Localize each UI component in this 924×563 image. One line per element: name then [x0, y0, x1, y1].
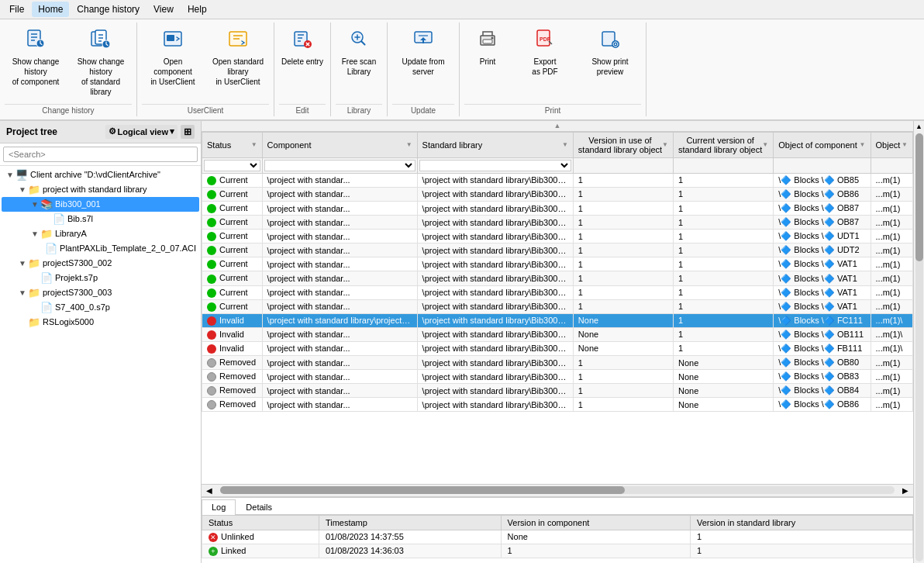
sidebar-item-project-with-library[interactable]: ▼📁project with standard library	[2, 182, 199, 197]
menu-file[interactable]: File	[3, 2, 30, 17]
status-text: Removed	[219, 371, 256, 381]
sidebar-toggle-icon[interactable]: ⊞	[181, 125, 195, 139]
tree-icon-projects7300-003: 📁	[28, 287, 40, 299]
cell-object-short: ...m(1)	[871, 398, 912, 412]
cell-object-of-component: \🔷 Blocks \🔷 OB87	[774, 201, 871, 215]
scroll-thumb[interactable]	[220, 486, 625, 494]
status-text: Removed	[219, 357, 256, 367]
scroll-track[interactable]	[220, 486, 895, 494]
table-row[interactable]: Current\project with standar...\project …	[202, 271, 913, 285]
tab-details[interactable]: Details	[236, 499, 282, 514]
sidebar-search-input[interactable]	[3, 147, 198, 162]
cell-version-current: 1	[674, 257, 774, 271]
table-row[interactable]: Current\project with standar...\project …	[202, 173, 913, 187]
main-table-container[interactable]: Status ▼ Component ▼ Sta	[202, 132, 913, 484]
log-row[interactable]: +Linked01/08/2023 14:36:0311	[202, 544, 913, 558]
menu-view[interactable]: View	[147, 2, 180, 17]
tree-icon-s7-400-s7p: 📄	[40, 302, 53, 313]
vscroll-thumb[interactable]	[915, 133, 923, 262]
sidebar-item-projekt-s7p[interactable]: 📄Projekt.s7p	[2, 271, 199, 285]
scroll-left-button[interactable]: ◀	[202, 486, 217, 495]
free-scan-button[interactable]: Free scanLibrary	[336, 24, 382, 81]
cell-version-use: 1	[573, 201, 673, 215]
sidebar-item-projects7300-002[interactable]: ▼📁projectS7300_002	[2, 256, 199, 271]
tab-log[interactable]: Log	[202, 499, 236, 515]
sidebar-item-projects7300-003[interactable]: ▼📁projectS7300_003	[2, 285, 199, 300]
cell-version-use: 1	[573, 398, 673, 412]
table-row[interactable]: Invalid\project with standar...\project …	[202, 341, 913, 355]
table-row[interactable]: Current\project with standar...\project …	[202, 257, 913, 271]
table-row[interactable]: Removed\project with standar...\project …	[202, 384, 913, 398]
col-header-object-of-component[interactable]: Object of component ▼	[774, 132, 871, 157]
col-header-standard-library[interactable]: Standard library ▼	[417, 132, 573, 157]
sidebar-item-plantpaxlib[interactable]: 📄PlantPAXLib_Template_2_0_07.ACI	[2, 241, 199, 256]
col-header-object[interactable]: Object ▼	[871, 132, 912, 157]
menu-home[interactable]: Home	[32, 2, 69, 17]
scroll-up-area[interactable]: ▲	[202, 121, 913, 132]
log-status-icon: ✕	[209, 533, 218, 542]
menu-help[interactable]: Help	[181, 2, 213, 17]
table-row[interactable]: Removed\project with standar...\project …	[202, 398, 913, 412]
sidebar-item-libraryA[interactable]: ▼📁LibraryA	[2, 226, 199, 241]
cell-library: \project with standard library\Bib300_00…	[417, 230, 573, 244]
col-header-current-version[interactable]: Current version ofstandard library objec…	[674, 132, 774, 157]
cell-version-current: 1	[674, 285, 774, 299]
status-text: Removed	[219, 385, 256, 395]
cell-version-current: 1	[674, 187, 774, 201]
sidebar-item-client-archive[interactable]: ▼🖥️Client archive "D:\vdClientArchive"	[2, 168, 199, 182]
sidebar-item-bib300-001[interactable]: ▼📚Bib300_001	[2, 197, 199, 212]
delete-entry-button[interactable]: Delete entry	[279, 24, 326, 71]
sidebar-item-rslogix5000[interactable]: 📁RSLogix5000	[2, 315, 199, 330]
cell-component: \project with standar...	[262, 187, 417, 201]
show-history-component-button[interactable]: Show change historyof component	[5, 24, 67, 91]
status-text: Invalid	[219, 344, 244, 353]
cell-object-short: ...m(1)	[871, 201, 912, 215]
cell-object-short: ...m(1)	[871, 244, 912, 257]
show-print-preview-button[interactable]: Show printpreview	[579, 24, 641, 81]
library-filter[interactable]	[419, 160, 571, 171]
scroll-up-button[interactable]: ▲	[914, 121, 924, 132]
table-row[interactable]: Current\project with standar...\project …	[202, 187, 913, 201]
status-text: Current	[219, 203, 248, 212]
export-pdf-button[interactable]: PDF Exportas PDF	[514, 24, 576, 81]
ribbon: Show change historyof component Show cha…	[0, 19, 924, 121]
table-row[interactable]: Invalid\project with standar...\project …	[202, 327, 913, 341]
table-row[interactable]: Removed\project with standar...\project …	[202, 356, 913, 370]
table-row[interactable]: Current\project with standar...\project …	[202, 216, 913, 230]
print-icon	[477, 28, 498, 55]
logical-view-selector[interactable]: ⚙ Logical view ▾	[105, 125, 178, 139]
table-row[interactable]: Current\project with standar...\project …	[202, 299, 913, 313]
sidebar-item-s7-400-s7p[interactable]: 📄S7_400_0.s7p	[2, 300, 199, 315]
status-dot	[207, 344, 216, 354]
vscroll-track[interactable]	[915, 133, 923, 561]
component-filter[interactable]	[264, 160, 415, 171]
table-row[interactable]: Removed\project with standar...\project …	[202, 370, 913, 384]
status-filter[interactable]	[204, 160, 260, 171]
log-cell-ver-library: 1	[690, 530, 912, 544]
scroll-right-button[interactable]: ▶	[898, 486, 913, 495]
log-row[interactable]: ✕Unlinked01/08/2023 14:37:55None1	[202, 530, 913, 544]
update-from-server-button[interactable]: Update fromserver	[392, 24, 454, 81]
cell-object-of-component: \🔷 Blocks \🔷 OB87	[774, 216, 871, 230]
col-header-status[interactable]: Status ▼	[202, 132, 263, 157]
menu-change-history[interactable]: Change history	[71, 2, 146, 17]
current-version-col-label: Current version ofstandard library objec…	[678, 136, 762, 154]
open-component-userclient-button[interactable]: Open componentin UserClient	[142, 24, 204, 91]
sidebar-search-container	[0, 143, 201, 166]
col-header-version-in-use[interactable]: Version in use ofstandard library object…	[573, 132, 673, 157]
table-row[interactable]: Current\project with standar...\project …	[202, 230, 913, 244]
col-header-component[interactable]: Component ▼	[262, 132, 417, 157]
vertical-scrollbar[interactable]: ▲ ▼	[913, 121, 924, 563]
cell-object-short: ...m(1)	[871, 285, 912, 299]
show-history-library-button[interactable]: Show change historyof standard library	[70, 24, 132, 101]
table-row[interactable]: Current\project with standar...\project …	[202, 285, 913, 299]
table-row[interactable]: Current\project with standar...\project …	[202, 201, 913, 215]
sidebar-item-bib-s7l[interactable]: 📄Bib.s7l	[2, 212, 199, 226]
open-standard-library-userclient-button[interactable]: Open standard libraryin UserClient	[207, 24, 269, 91]
table-row[interactable]: Invalid\project with standard library\pr…	[202, 313, 913, 327]
status-text: Current	[219, 189, 248, 199]
sidebar-tree: ▼🖥️Client archive "D:\vdClientArchive"▼📁…	[0, 166, 201, 563]
print-button[interactable]: Print	[464, 24, 511, 71]
table-row[interactable]: Current\project with standar...\project …	[202, 244, 913, 257]
horizontal-scrollbar[interactable]: ◀ ▶	[202, 484, 913, 496]
